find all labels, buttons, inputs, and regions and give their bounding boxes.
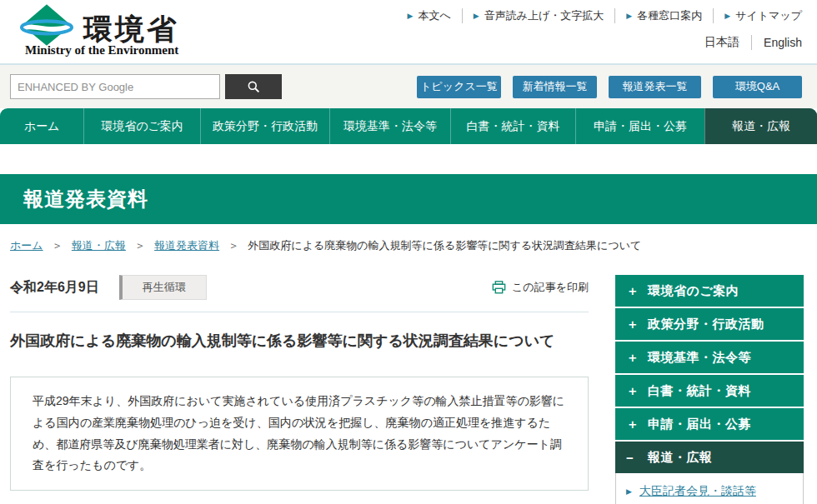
meta-divider	[10, 312, 589, 312]
plus-icon: ＋	[626, 383, 648, 399]
sidebar-item-whitepaper-statistics[interactable]: ＋ 白書・統計・資料	[615, 375, 804, 407]
nav-item-press-pr[interactable]: 報道・広報	[704, 108, 817, 144]
minus-icon: −	[626, 451, 648, 465]
breadcrumb-current: 外国政府による廃棄物の輸入規制等に係る影響等に関する状況調査結果について	[248, 239, 641, 252]
sidebar-item-policy[interactable]: ＋ 政策分野・行政活動	[615, 308, 804, 340]
search-button[interactable]	[225, 74, 282, 99]
sidebar-navigation: ＋ 環境省のご案内 ＋ 政策分野・行政活動 ＋ 環境基準・法令等 ＋ 白書・統計…	[615, 275, 804, 504]
breadcrumb-separator: ＞	[134, 239, 145, 252]
new-info-list-button[interactable]: 新着情報一覧	[513, 76, 597, 98]
article-date: 令和2年6月9日	[10, 279, 99, 297]
breadcrumb-home[interactable]: ホーム	[10, 239, 43, 252]
breadcrumb: ホーム ＞ 報道・広報 ＞ 報道発表資料 ＞ 外国政府による廃棄物の輸入規制等に…	[10, 238, 807, 253]
nav-item-standards-laws[interactable]: 環境基準・法令等	[329, 108, 450, 144]
header-utility-area: ▶ 本文へ ▶ 音声読み上げ・文字拡大 ▶ 各種窓口案内 ▶ サイトマップ 日本…	[408, 0, 802, 63]
nav-item-applications[interactable]: 申請・届出・公募	[575, 108, 704, 144]
sidebar-item-label: 白書・統計・資料	[648, 383, 751, 399]
search-input[interactable]	[10, 74, 220, 99]
page-title-band: 報道発表資料	[0, 174, 817, 224]
utility-link-label: サイトマップ	[735, 8, 802, 23]
environment-qa-button[interactable]: 環境Q&A	[713, 76, 802, 98]
lang-english[interactable]: English	[764, 36, 802, 49]
plus-icon: ＋	[626, 417, 648, 432]
search-row: トピックス一覧 新着情報一覧 報道発表一覧 環境Q&A	[0, 65, 817, 108]
breadcrumb-separator: ＞	[52, 239, 63, 252]
logo-subtitle: Ministry of the Environment	[25, 43, 178, 57]
content-area: 令和2年6月9日 再生循環 この記事を印刷 外国政府による廃棄物の輸入規制等に係…	[10, 275, 817, 504]
plus-icon: ＋	[626, 317, 648, 332]
site-header: 環境省 Ministry of the Environment ▶ 本文へ ▶ …	[0, 0, 817, 65]
nav-item-home[interactable]: ホーム	[0, 108, 83, 144]
sidebar-item-label: 環境基準・法令等	[648, 350, 751, 366]
topics-list-button[interactable]: トピックス一覧	[417, 76, 501, 98]
sidebar-item-label: 環境省のご案内	[648, 283, 739, 299]
global-navigation: ホーム 環境省のご案内 政策分野・行政活動 環境基準・法令等 白書・統計・資料 …	[0, 108, 817, 144]
language-switcher: 日本語 English	[704, 35, 802, 50]
breadcrumb-separator: ＞	[228, 239, 239, 252]
plus-icon: ＋	[626, 350, 648, 366]
utility-link-accessibility[interactable]: ▶ 音声読み上げ・文字拡大	[474, 8, 616, 23]
quick-links: トピックス一覧 新着情報一覧 報道発表一覧 環境Q&A	[417, 76, 802, 98]
arrow-icon: ▶	[626, 487, 632, 496]
sidebar-item-label: 報道・広報	[648, 450, 713, 466]
sidebar-submenu: ▶ 大臣記者会見・談話等	[615, 473, 804, 504]
article-meta: 令和2年6月9日 再生循環	[10, 275, 207, 300]
ministry-logo-icon	[18, 3, 75, 47]
arrow-icon: ▶	[724, 12, 730, 20]
utility-links: ▶ 本文へ ▶ 音声読み上げ・文字拡大 ▶ 各種窓口案内 ▶ サイトマップ	[408, 8, 802, 23]
utility-link-label: 音声読み上げ・文字拡大	[484, 8, 604, 23]
sidebar-subitem-link[interactable]: 大臣記者会見・談話等	[639, 484, 756, 499]
breadcrumb-press-release[interactable]: 報道発表資料	[154, 239, 219, 252]
sidebar-subitem-minister-press-conference[interactable]: ▶ 大臣記者会見・談話等	[626, 484, 794, 499]
utility-link-label: 本文へ	[418, 8, 450, 23]
nav-item-whitepaper-statistics[interactable]: 白書・統計・資料	[450, 108, 575, 144]
utility-link-label: 各種窓口案内	[637, 8, 702, 23]
utility-link-sitemap[interactable]: ▶ サイトマップ	[724, 8, 802, 23]
print-link-label: この記事を印刷	[512, 280, 589, 295]
print-article-link[interactable]: この記事を印刷	[492, 280, 589, 295]
sidebar-item-press-pr[interactable]: − 報道・広報	[615, 442, 804, 473]
category-badge: 再生循環	[119, 275, 207, 300]
sidebar-item-label: 政策分野・行政活動	[648, 317, 764, 332]
article-title: 外国政府による廃棄物の輸入規制等に係る影響等に関する状況調査結果について	[10, 329, 589, 353]
sidebar-item-applications[interactable]: ＋ 申請・届出・公募	[615, 408, 804, 440]
nav-item-about[interactable]: 環境省のご案内	[83, 108, 200, 144]
plus-icon: ＋	[626, 283, 648, 299]
arrow-icon: ▶	[474, 12, 479, 20]
search-icon	[247, 80, 260, 93]
ministry-logo[interactable]: 環境省 Ministry of the Environment	[12, 0, 262, 63]
arrow-icon: ▶	[626, 12, 632, 20]
arrow-icon: ▶	[408, 12, 414, 20]
article-summary-box: 平成29年末より、外国政府において実施されている使用済プラスチック等の輸入禁止措…	[10, 377, 589, 492]
site-search	[10, 74, 282, 99]
article-meta-row: 令和2年6月9日 再生循環 この記事を印刷	[10, 275, 589, 300]
utility-link-main-content[interactable]: ▶ 本文へ	[408, 8, 463, 23]
nav-item-policy[interactable]: 政策分野・行政活動	[200, 108, 329, 144]
lang-japanese[interactable]: 日本語	[704, 35, 752, 50]
article: 令和2年6月9日 再生循環 この記事を印刷 外国政府による廃棄物の輸入規制等に係…	[10, 275, 589, 504]
press-release-list-button[interactable]: 報道発表一覧	[609, 76, 701, 98]
breadcrumb-press-pr[interactable]: 報道・広報	[72, 239, 126, 252]
sidebar-item-standards-laws[interactable]: ＋ 環境基準・法令等	[615, 342, 804, 373]
article-summary-text: 平成29年末より、外国政府において実施されている使用済プラスチック等の輸入禁止措…	[33, 394, 564, 472]
utility-link-contact-guide[interactable]: ▶ 各種窓口案内	[626, 8, 714, 23]
page-title: 報道発表資料	[23, 186, 148, 212]
printer-icon	[492, 281, 506, 294]
sidebar-item-about[interactable]: ＋ 環境省のご案内	[615, 275, 804, 307]
sidebar-item-label: 申請・届出・公募	[648, 417, 751, 432]
